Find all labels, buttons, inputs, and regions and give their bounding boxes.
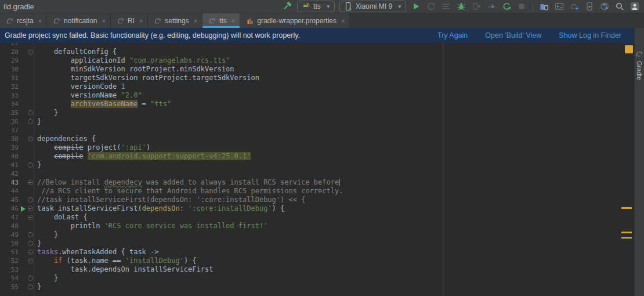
close-tab-icon[interactable]: ×	[102, 17, 105, 24]
sync-gradle-button[interactable]	[567, 1, 581, 12]
warning-stripe-mark[interactable]	[621, 207, 632, 209]
line-number: 36	[0, 118, 20, 125]
avd-manager-button[interactable]	[583, 1, 596, 12]
run-config-select[interactable]: tts ▼	[297, 1, 335, 12]
text-caret	[339, 179, 339, 186]
tab-gradle-wrapper-properties[interactable]: gradle-wrapper.properties×	[240, 13, 350, 28]
close-tab-icon[interactable]: ×	[139, 17, 143, 24]
open-build-view-link[interactable]: Open 'Build' View	[485, 31, 541, 39]
inspection-status-indicator[interactable]	[625, 45, 633, 53]
device-file-explorer-button[interactable]	[537, 1, 551, 12]
device-file-explorer-icon	[540, 2, 549, 11]
code-line-28[interactable]: 28− defaultConfig {	[0, 48, 634, 56]
code-line-48[interactable]: 48 println 'RCS core service was install…	[0, 222, 634, 230]
try-again-link[interactable]: Try Again	[437, 31, 468, 39]
code-text: }	[34, 274, 58, 283]
tab-rcsjta[interactable]: rcsjta×	[0, 13, 47, 28]
code-line-32[interactable]: 32 versionCode 1	[0, 82, 634, 91]
code-line-54[interactable]: 54ˆ }	[0, 274, 634, 283]
fold-marker-icon[interactable]: ˆ	[27, 241, 34, 246]
fold-marker-icon[interactable]: −	[27, 215, 34, 220]
code-text: println 'RCS core service was installed …	[34, 222, 267, 230]
build-hammer-button[interactable]	[280, 1, 294, 12]
line-number: 53	[0, 266, 20, 273]
code-editor[interactable]: 2728− defaultConfig {29 applicationId "c…	[0, 43, 634, 296]
code-line-35[interactable]: 35ˆ }	[0, 109, 634, 117]
line-number: 54	[0, 275, 20, 282]
code-line-50[interactable]: 50ˆ}	[0, 239, 634, 248]
tab-tts[interactable]: tts×	[202, 13, 240, 28]
code-line-45[interactable]: 45ˆ//task installServiceFirst(dependsOn:…	[0, 196, 634, 204]
line-number: 49	[0, 231, 20, 239]
code-line-49[interactable]: 49ˆ }	[0, 230, 634, 239]
fold-marker-icon[interactable]: ˆ	[27, 232, 34, 237]
code-line-53[interactable]: 53 task.dependsOn installServiceFirst	[0, 265, 634, 274]
code-line-47[interactable]: 47− doLast {	[0, 213, 634, 222]
code-line-55[interactable]: 55ˆ}	[0, 283, 634, 291]
code-line-38[interactable]: 38−dependencies {	[0, 135, 634, 143]
fold-marker-icon[interactable]: −	[27, 136, 34, 142]
title-toolbar: ild.gradle tts ▼	[0, 0, 644, 13]
line-number: 29	[0, 57, 20, 64]
fold-marker-icon[interactable]: ˆ	[27, 284, 34, 290]
search-everywhere-button[interactable]	[613, 1, 627, 12]
gradle-tool-window-tab[interactable]: Gradle	[635, 50, 643, 80]
profile-avatar-button[interactable]	[628, 1, 642, 12]
tabs: rcsjta×notification×RI×settings×tts×grad…	[0, 13, 350, 28]
tab-ri[interactable]: RI×	[111, 13, 148, 28]
close-tab-icon[interactable]: ×	[231, 17, 235, 24]
run-button[interactable]	[409, 1, 423, 12]
line-number: 44	[0, 187, 20, 195]
close-tab-icon[interactable]: ×	[341, 17, 345, 24]
show-log-in-finder-link[interactable]: Show Log in Finder	[559, 31, 621, 39]
code-line-27[interactable]: 27	[0, 43, 634, 48]
code-line-46[interactable]: 46−task installServiceFirst(dependsOn: '…	[0, 204, 634, 213]
warning-stripe-mark[interactable]	[621, 232, 632, 233]
line-number: 27	[0, 43, 20, 47]
device-select[interactable]: Xiaomi MI 9 ▼	[339, 1, 406, 12]
code-line-52[interactable]: 52− if (task.name == 'installDebug') {	[0, 257, 634, 265]
fold-marker-icon[interactable]: ˆ	[27, 197, 34, 203]
fold-marker-icon[interactable]: ˆ	[27, 276, 34, 281]
line-number: 43	[0, 179, 20, 186]
code-line-36[interactable]: 36ˆ}	[0, 117, 634, 126]
code-line-51[interactable]: 51−tasks.whenTaskAdded { task ->	[0, 248, 634, 257]
run-task-gutter-icon[interactable]	[20, 206, 27, 212]
code-text: }	[34, 109, 58, 117]
code-line-29[interactable]: 29 applicationId "com.orangelabs.rcs.tts…	[0, 56, 634, 65]
search-everywhere-icon	[615, 2, 624, 11]
tab-label: tts	[219, 17, 227, 25]
run-with-coverage-button[interactable]	[500, 1, 513, 12]
fold-marker-icon[interactable]: −	[27, 258, 34, 263]
code-line-33[interactable]: 33 versionName "2.0"	[0, 91, 634, 100]
code-line-42[interactable]: 42	[0, 169, 634, 178]
line-number: 45	[0, 196, 20, 204]
run-icon	[411, 2, 421, 11]
sdk-manager-button[interactable]	[598, 1, 612, 12]
code-line-43[interactable]: 43−//Below install dependecy was added t…	[0, 178, 634, 187]
code-line-31[interactable]: 31 targetSdkVersion rootProject.targetSd…	[0, 74, 634, 82]
code-line-41[interactable]: 41ˆ}	[0, 161, 634, 169]
gradle-file-icon	[154, 17, 162, 25]
code-line-37[interactable]: 37	[0, 126, 634, 135]
tab-notification[interactable]: notification×	[47, 13, 111, 28]
fold-marker-icon[interactable]: ˆ	[27, 110, 34, 115]
logcat-button[interactable]	[552, 1, 566, 12]
close-tab-icon[interactable]: ×	[38, 17, 42, 24]
fold-marker-icon[interactable]: −	[27, 206, 34, 211]
fold-marker-icon[interactable]: −	[27, 180, 34, 185]
fold-marker-icon[interactable]: −	[27, 49, 34, 55]
code-line-44[interactable]: 44 //a RCS client to secure that Android…	[0, 187, 634, 196]
code-line-30[interactable]: 30 minSdkVersion rootProject.minSdkVersi…	[0, 65, 634, 74]
close-tab-icon[interactable]: ×	[194, 17, 197, 24]
code-line-40[interactable]: 40 compile 'com.android.support:support-…	[0, 152, 634, 161]
fold-marker-icon[interactable]: ˆ	[27, 119, 34, 124]
fold-marker-icon[interactable]: −	[27, 250, 34, 255]
code-line-34[interactable]: 34 archivesBaseName = "tts"	[0, 100, 634, 109]
code-line-39[interactable]: 39 compile project(':api')	[0, 143, 634, 152]
tab-settings[interactable]: settings×	[148, 13, 202, 28]
debug-button[interactable]	[454, 1, 468, 12]
warning-stripe-mark[interactable]	[621, 237, 632, 239]
code-text: compile 'com.android.support:support-v4:…	[34, 152, 251, 161]
fold-marker-icon[interactable]: ˆ	[27, 163, 34, 168]
